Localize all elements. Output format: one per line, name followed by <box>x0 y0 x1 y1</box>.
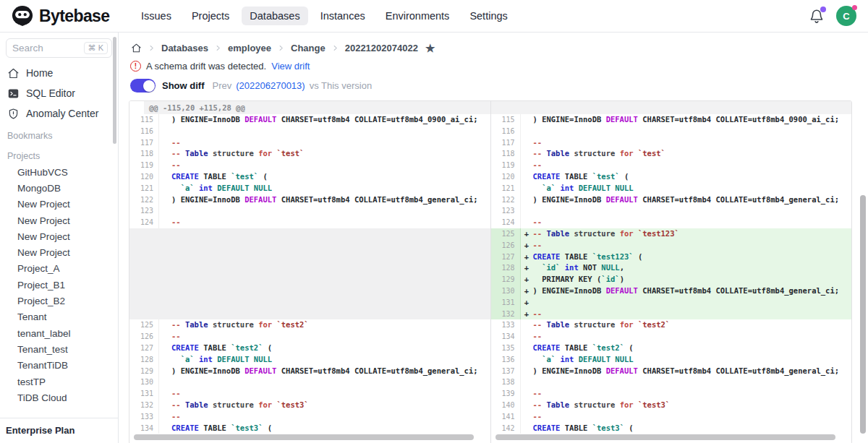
diff-line: 131-- <box>129 388 490 400</box>
bytebase-logo[interactable]: Bytebase <box>12 5 129 27</box>
diff-pane-right: 115) ENGINE=InnoDB DEFAULT CHARSET=utf8m… <box>491 101 852 443</box>
chevron-right-icon <box>277 44 285 52</box>
diff-line: 120CREATE TABLE `test` ( <box>491 171 852 183</box>
line-number: 134 <box>129 423 159 434</box>
code-text: CREATE TABLE `test3` ( <box>171 423 490 434</box>
code-text: `id` int NOT NULL, <box>533 262 852 274</box>
diff-pane-left: @@ -115,20 +115,28 @@ 115) ENGINE=InnoDB… <box>129 101 490 443</box>
diff-line: 119-- <box>491 160 852 171</box>
notification-bell-button[interactable] <box>809 8 825 24</box>
project-item[interactable]: TenantTiDB <box>0 358 118 374</box>
project-item[interactable]: Tenant <box>0 309 118 325</box>
line-number: 119 <box>129 160 159 171</box>
breadcrumb-item[interactable]: Change <box>291 43 326 53</box>
diff-toolbar: Show diff Prev (202206270013) vs This ve… <box>119 72 868 93</box>
search-input[interactable] <box>12 43 70 53</box>
project-item[interactable]: testTP <box>0 374 118 390</box>
line-number: 126 <box>129 331 159 343</box>
show-diff-toggle[interactable] <box>130 79 156 93</box>
breadcrumb-item[interactable]: employee <box>228 43 271 53</box>
vs-this-version-label: vs This version <box>310 80 372 91</box>
diff-line: 139-- <box>491 388 852 400</box>
breadcrumb-item[interactable]: 20221202074022 <box>345 43 418 53</box>
diff-line: 135CREATE TABLE `test2` ( <box>491 343 852 354</box>
line-number: 128 <box>129 354 159 366</box>
breadcrumb-items: DatabasesemployeeChange20221202074022 <box>148 43 418 53</box>
hunk-header-text: @@ -115,20 +115,28 @@ <box>144 101 490 114</box>
toggle-knob <box>143 80 155 92</box>
view-drift-link[interactable]: View drift <box>271 61 310 72</box>
line-number: 122 <box>129 194 159 206</box>
code-text: ) ENGINE=InnoDB DEFAULT CHARSET=utf8mb4 … <box>533 194 852 206</box>
project-item[interactable]: tenant_label <box>0 325 118 341</box>
diff-line: 126+-- <box>491 240 852 251</box>
diff-line: 128+ `id` int NOT NULL, <box>491 262 852 274</box>
chevron-right-icon <box>148 44 156 52</box>
code-text: -- Table structure for `test123` <box>533 228 852 240</box>
line-number: 131 <box>129 388 159 400</box>
line-number: 116 <box>491 126 521 137</box>
diff-line: 117-- <box>129 137 490 149</box>
diff-sign: + <box>521 228 533 240</box>
diff-line: 124-- <box>129 217 490 228</box>
notification-badge <box>820 7 826 12</box>
code-text: -- <box>533 217 852 228</box>
sidebar-scrollbar[interactable] <box>113 37 116 144</box>
sidebar-item-anomaly-center[interactable]: Anomaly Center <box>0 103 118 124</box>
user-avatar[interactable]: C <box>836 6 856 26</box>
nav-item-instances[interactable]: Instances <box>312 7 373 25</box>
sidebar-item-home[interactable]: Home <box>0 63 118 83</box>
nav-item-issues[interactable]: Issues <box>133 7 179 25</box>
project-item[interactable]: GitHubVCS <box>0 164 118 180</box>
nav-item-environments[interactable]: Environments <box>378 7 458 25</box>
home-icon[interactable] <box>131 43 142 53</box>
diff-line: 132-- Table structure for `test3` <box>129 400 490 411</box>
line-number: 129 <box>129 366 159 377</box>
line-number: 115 <box>129 114 159 126</box>
project-item[interactable]: Project_B1 <box>0 277 118 293</box>
line-number: 123 <box>129 205 159 217</box>
project-item[interactable]: New Project <box>0 212 118 228</box>
diff-line: 123 <box>129 205 490 217</box>
line-number: 129 <box>491 274 521 285</box>
page-vertical-scrollbar[interactable] <box>860 195 866 434</box>
chevron-right-icon <box>331 44 339 52</box>
prev-version-link[interactable]: (202206270013) <box>236 80 305 91</box>
project-item[interactable]: New Project <box>0 197 118 212</box>
project-item[interactable]: Project_B2 <box>0 293 118 309</box>
code-text: CREATE TABLE `test2` ( <box>533 343 852 354</box>
diff-line: 116 <box>491 126 852 137</box>
diff-line <box>129 274 490 285</box>
diff-line: 120CREATE TABLE `test` ( <box>129 171 490 183</box>
diff-line: 132+-- <box>491 309 852 320</box>
star-icon[interactable]: ★ <box>425 43 435 53</box>
left-horizontal-scrollbar[interactable] <box>134 434 474 440</box>
search-box[interactable]: ⌘ K <box>6 38 112 58</box>
sidebar-item-sql-editor[interactable]: SQL Editor <box>0 83 118 103</box>
code-text: `a` int DEFAULT NULL <box>171 183 490 194</box>
diff-line <box>129 251 490 263</box>
line-number: 127 <box>129 343 159 354</box>
nav-item-settings[interactable]: Settings <box>461 7 515 25</box>
sidebar-nav: HomeSQL EditorAnomaly Center <box>0 63 118 124</box>
avatar-badge <box>852 5 857 10</box>
project-item[interactable]: New Project <box>0 244 118 260</box>
nav-item-projects[interactable]: Projects <box>184 7 237 25</box>
code-text: ) ENGINE=InnoDB DEFAULT CHARSET=utf8mb4 … <box>533 114 852 126</box>
breadcrumb-item[interactable]: Databases <box>161 43 208 53</box>
nav-item-databases[interactable]: Databases <box>242 7 307 25</box>
shield-icon <box>7 108 20 120</box>
diff-line <box>129 262 490 274</box>
project-item[interactable]: New Project <box>0 228 118 244</box>
project-item[interactable]: Project_A <box>0 261 118 277</box>
right-horizontal-scrollbar[interactable] <box>495 434 835 440</box>
hunk-header-row-right <box>491 101 852 114</box>
line-number: 120 <box>129 171 159 183</box>
project-item[interactable]: TiDB Cloud <box>0 390 118 405</box>
project-item[interactable]: Tenant_test <box>0 341 118 357</box>
code-text: -- Table structure for `test` <box>171 148 490 160</box>
line-number: 117 <box>491 137 521 149</box>
code-text: -- <box>533 160 852 171</box>
diff-line: 130 <box>129 377 490 388</box>
project-item[interactable]: MongoDB <box>0 180 118 196</box>
